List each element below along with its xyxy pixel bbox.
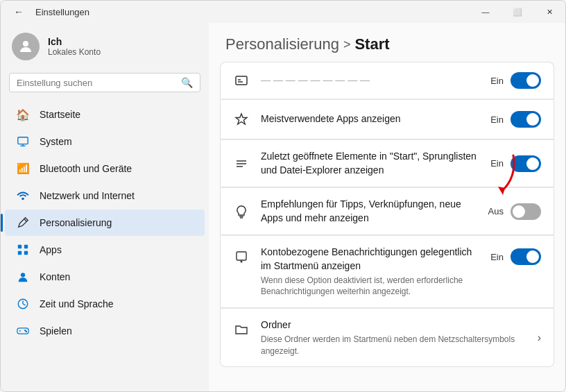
partial-title: — — — — — — — — — xyxy=(261,74,370,85)
recent-toggle[interactable] xyxy=(511,155,541,172)
setting-item-notifications: Kontobezogene Benachrichtigungen gelegen… xyxy=(220,235,554,308)
svg-rect-6 xyxy=(18,245,22,248)
svg-point-4 xyxy=(22,198,24,201)
partial-icon xyxy=(233,72,250,89)
notifications-label: Ein xyxy=(490,252,504,262)
partial-toggle[interactable] xyxy=(511,72,541,89)
setting-item-partial: — — — — — — — — — Ein xyxy=(220,62,554,99)
svg-point-17 xyxy=(25,330,26,331)
recent-right: Ein xyxy=(490,155,541,172)
back-button[interactable]: ← xyxy=(9,2,28,22)
chevron-right-icon: › xyxy=(538,332,541,344)
notifications-desc: Wenn diese Option deaktiviert ist, werde… xyxy=(261,275,479,298)
sidebar-item-gaming-label: Spielen xyxy=(40,325,72,336)
svg-rect-8 xyxy=(18,251,22,255)
notification-icon xyxy=(233,248,250,265)
svg-point-10 xyxy=(21,273,25,277)
minimize-button[interactable]: — xyxy=(470,1,501,23)
breadcrumb-separator: > xyxy=(343,37,351,52)
sidebar-item-bluetooth[interactable]: 📶 Bluetooth und Geräte xyxy=(5,155,205,182)
breadcrumb: Personalisierung > Start xyxy=(225,35,549,53)
avatar xyxy=(12,33,40,60)
breadcrumb-current: Start xyxy=(354,35,389,53)
svg-rect-7 xyxy=(24,245,28,248)
page-header: Personalisierung > Start xyxy=(209,23,565,62)
partial-text: — — — — — — — — — xyxy=(261,74,479,87)
folders-text: Ordner Diese Ordner werden im Startmenü … xyxy=(261,318,526,357)
window-controls: — ⬜ ✕ xyxy=(470,1,565,23)
search-input[interactable] xyxy=(17,78,175,88)
most-used-toggle[interactable] xyxy=(511,111,541,128)
most-used-title: Meistverwendete Apps anzeigen xyxy=(261,113,401,124)
titlebar: ← Einstellungen — ⬜ ✕ xyxy=(1,1,565,23)
sidebar-item-system[interactable]: System xyxy=(5,128,205,155)
svg-rect-29 xyxy=(237,252,246,260)
svg-rect-9 xyxy=(24,251,28,255)
sidebar-item-home-label: Startseite xyxy=(40,109,80,120)
user-name: Ich xyxy=(48,36,101,47)
setting-item-recommendations: Empfehlungen für Tipps, Verknüpfungen, n… xyxy=(220,187,554,235)
partial-toggle-thumb xyxy=(526,74,539,87)
svg-point-30 xyxy=(241,261,243,263)
recommendations-text: Empfehlungen für Tipps, Verknüpfungen, n… xyxy=(261,198,477,225)
svg-marker-26 xyxy=(498,187,505,195)
network-icon xyxy=(16,189,30,203)
partial-right: Ein xyxy=(490,72,541,89)
titlebar-left: ← Einstellungen xyxy=(9,2,89,22)
user-account-type: Lokales Konto xyxy=(48,47,101,57)
notifications-toggle-thumb xyxy=(526,250,539,263)
maximize-button[interactable]: ⬜ xyxy=(501,1,533,23)
recent-label: Ein xyxy=(490,158,504,169)
svg-rect-1 xyxy=(18,137,28,144)
sidebar-item-time[interactable]: Zeit und Sprache xyxy=(5,291,205,317)
sidebar-item-personalization[interactable]: Personalisierung xyxy=(5,210,205,236)
notifications-toggle[interactable] xyxy=(511,248,541,265)
breadcrumb-parent: Personalisierung xyxy=(225,35,339,53)
svg-line-13 xyxy=(23,304,26,305)
content-area: Ich Lokales Konto 🔍 🏠 Startseite xyxy=(1,23,565,391)
setting-item-most-used: Meistverwendete Apps anzeigen Ein xyxy=(220,99,554,139)
search-icon: 🔍 xyxy=(181,77,193,88)
close-button[interactable]: ✕ xyxy=(533,1,565,23)
most-used-text: Meistverwendete Apps anzeigen xyxy=(261,112,479,126)
folders-title: Ordner xyxy=(261,319,291,330)
personalization-icon xyxy=(16,216,30,230)
svg-point-18 xyxy=(26,331,26,332)
notifications-title: Kontobezogene Benachrichtigungen gelegen… xyxy=(261,246,472,271)
folders-desc: Diese Ordner werden im Startmenü neben d… xyxy=(261,334,526,357)
user-info: Ich Lokales Konto xyxy=(48,36,101,57)
search-box[interactable]: 🔍 xyxy=(9,73,200,92)
sidebar-item-apps[interactable]: Apps xyxy=(5,237,205,263)
setting-item-folders[interactable]: Ordner Diese Ordner werden im Startmenü … xyxy=(220,308,554,367)
recent-text: Zuletzt geöffnete Elemente in "Start", S… xyxy=(261,150,479,177)
sidebar-nav: 🏠 Startseite System 📶 Bluetoo xyxy=(1,101,209,345)
recommendations-title: Empfehlungen für Tipps, Verknüpfungen, n… xyxy=(261,198,461,223)
most-used-right: Ein xyxy=(490,111,541,128)
sidebar-item-home[interactable]: 🏠 Startseite xyxy=(5,101,205,128)
system-icon xyxy=(16,135,30,148)
most-used-label: Ein xyxy=(490,114,504,125)
recent-icon xyxy=(233,155,250,172)
sidebar-item-accounts[interactable]: Konten xyxy=(5,264,205,290)
sidebar-item-gaming[interactable]: Spielen xyxy=(5,318,205,344)
sidebar-item-network-label: Netzwerk und Internet xyxy=(40,190,135,201)
time-icon xyxy=(16,297,30,311)
sidebar: Ich Lokales Konto 🔍 🏠 Startseite xyxy=(1,23,209,391)
lightbulb-icon xyxy=(233,203,250,220)
main-content: Personalisierung > Start xyxy=(209,23,565,391)
svg-point-0 xyxy=(23,41,28,46)
partial-label: Ein xyxy=(490,76,504,86)
gaming-icon xyxy=(16,324,30,338)
settings-window: ← Einstellungen — ⬜ ✕ Ich Lokale xyxy=(0,0,566,392)
sidebar-item-apps-label: Apps xyxy=(40,244,62,255)
recent-toggle-thumb xyxy=(526,157,539,170)
sidebar-item-network[interactable]: Netzwerk und Internet xyxy=(5,182,205,209)
folders-right: › xyxy=(538,332,541,344)
recommendations-toggle[interactable] xyxy=(511,203,541,220)
folder-icon xyxy=(233,321,250,338)
svg-marker-22 xyxy=(236,114,247,124)
recommendations-label: Aus xyxy=(488,206,504,216)
notifications-text: Kontobezogene Benachrichtigungen gelegen… xyxy=(261,246,479,298)
sidebar-item-accounts-label: Konten xyxy=(40,271,70,282)
user-section: Ich Lokales Konto xyxy=(1,23,209,70)
